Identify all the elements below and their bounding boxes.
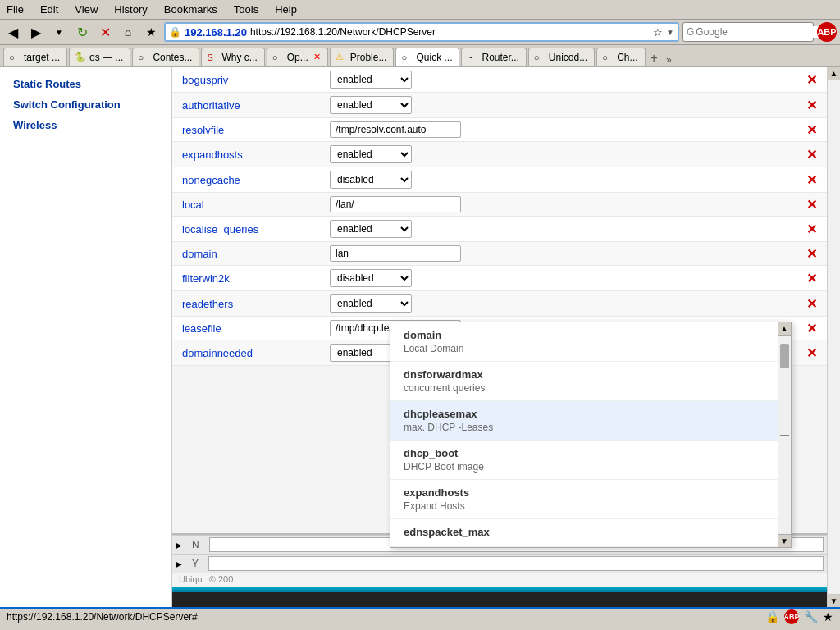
input-domain[interactable] xyxy=(330,245,461,262)
sidebar-item-switch-config[interactable]: Switch Configuration xyxy=(0,94,171,115)
reload-button[interactable]: ↻ xyxy=(72,22,92,42)
input-resolvfile[interactable] xyxy=(330,121,461,138)
panel-toggle-1[interactable]: ▶ xyxy=(172,538,185,551)
delete-authoritative[interactable]: ✕ xyxy=(806,98,817,113)
tab-favicon-op: ○ xyxy=(272,52,284,63)
tab-label-os: os — ... xyxy=(89,52,123,63)
tab-add-button[interactable]: + xyxy=(647,51,661,66)
tab-ch[interactable]: ○ Ch... xyxy=(596,48,645,66)
tab-op[interactable]: ○ Op... ✕ xyxy=(267,48,328,66)
delete-filterwin2k[interactable]: ✕ xyxy=(806,271,817,286)
label-readethers[interactable]: readethers xyxy=(182,298,330,310)
back-button[interactable]: ◀ xyxy=(3,22,23,42)
tab-favicon-ch: ○ xyxy=(602,52,614,63)
dropdown-item-title-expandhosts: expandhosts xyxy=(404,486,765,499)
select-nonegcache[interactable]: enabled disabled xyxy=(330,171,412,189)
menu-edit[interactable]: Edit xyxy=(37,2,62,17)
select-boguspriv[interactable]: enabled disabled xyxy=(330,71,412,89)
url-input[interactable] xyxy=(250,26,650,38)
forward-button[interactable]: ▶ xyxy=(26,22,46,42)
tab-favicon-router: ~ xyxy=(467,52,478,63)
dropdown-scroll-thumb[interactable] xyxy=(780,344,789,368)
dropdown-item-dnsforwardmax[interactable]: dnsforwardmax concurrent queries xyxy=(390,362,778,401)
delete-nonegcache[interactable]: ✕ xyxy=(806,172,817,188)
select-localise-queries[interactable]: enabled disabled xyxy=(330,220,412,238)
tab-proble[interactable]: ⚠ Proble... xyxy=(330,48,395,66)
dropdown-scroll-track xyxy=(778,336,791,534)
delete-boguspriv[interactable]: ✕ xyxy=(806,72,817,88)
ip-display: 192.168.1.20 xyxy=(185,26,247,39)
panel-toggle-2[interactable]: ▶ xyxy=(172,557,185,570)
select-authoritative[interactable]: enabled disabled xyxy=(330,96,412,114)
dropdown-item-domain[interactable]: domain Local Domain xyxy=(390,322,778,362)
tab-favicon-whyc: S xyxy=(207,52,218,63)
tab-contes[interactable]: ○ Contes... xyxy=(132,48,199,66)
label-local[interactable]: local xyxy=(182,199,330,211)
delete-domainneeded[interactable]: ✕ xyxy=(806,345,817,361)
delete-readethers[interactable]: ✕ xyxy=(806,296,817,312)
menu-help[interactable]: Help xyxy=(272,2,300,17)
tab-target[interactable]: ○ target ... xyxy=(3,48,67,66)
menu-view[interactable]: View xyxy=(71,2,101,17)
select-readethers[interactable]: enabled disabled xyxy=(330,294,412,313)
tab-unicod[interactable]: ○ Unicod... xyxy=(528,48,595,66)
label-leasefile[interactable]: leasefile xyxy=(182,322,330,335)
label-domainneeded[interactable]: domainneeded xyxy=(182,347,330,359)
scroll-up-arrow[interactable]: ▲ xyxy=(828,67,840,80)
dropdown-item-ednspacket[interactable]: ednspacket_max xyxy=(390,519,778,547)
label-domain[interactable]: domain xyxy=(182,248,330,260)
delete-domain[interactable]: ✕ xyxy=(806,246,817,262)
input-local[interactable] xyxy=(330,196,461,212)
tab-overflow-button[interactable]: » xyxy=(663,54,675,66)
sidebar-item-wireless[interactable]: Wireless xyxy=(0,115,171,135)
label-boguspriv[interactable]: boguspriv xyxy=(182,74,330,86)
sidebar-item-static-routes[interactable]: Static Routes xyxy=(0,74,171,94)
star-icon[interactable]: ☆ xyxy=(653,26,663,39)
delete-expandhosts[interactable]: ✕ xyxy=(806,147,817,162)
copyright-text: © 200 xyxy=(209,574,234,584)
value-local xyxy=(330,196,800,212)
label-expandhosts[interactable]: expandhosts xyxy=(182,148,330,161)
dropdown-scroll-up[interactable]: ▲ xyxy=(778,322,791,336)
delete-localise-queries[interactable]: ✕ xyxy=(806,221,817,237)
dropdown-item-expandhosts[interactable]: expandhosts Expand Hosts xyxy=(390,480,778,519)
select-expandhosts[interactable]: enabled disabled xyxy=(330,145,412,163)
menu-bookmarks[interactable]: Bookmarks xyxy=(161,2,221,17)
value-resolvfile xyxy=(330,121,800,138)
menu-history[interactable]: History xyxy=(111,2,150,17)
menu-file[interactable]: File xyxy=(3,2,27,17)
tab-close-op[interactable]: ✕ xyxy=(313,52,321,62)
delete-resolvfile[interactable]: ✕ xyxy=(806,122,817,138)
dropdown-item-dhcpboot[interactable]: dhcp_boot DHCP Boot image xyxy=(390,441,778,480)
dropdown-scroll-down[interactable]: ▼ xyxy=(778,534,791,547)
delete-leasefile[interactable]: ✕ xyxy=(806,321,817,336)
tab-router[interactable]: ~ Router... xyxy=(461,48,526,66)
tab-os[interactable]: 🐍 os — ... xyxy=(69,48,130,66)
stop-button[interactable]: ✕ xyxy=(95,22,115,42)
menu-tools[interactable]: Tools xyxy=(231,2,262,17)
label-localise-queries[interactable]: localise_queries xyxy=(182,223,330,235)
tab-whyc[interactable]: S Why c... xyxy=(201,48,264,66)
table-row: authoritative enabled disabled ✕ xyxy=(172,93,827,118)
dropdown-item-desc-dhcpboot: DHCP Boot image xyxy=(404,461,765,472)
label-nonegcache[interactable]: nonegcache xyxy=(182,174,330,186)
label-filterwin2k[interactable]: filterwin2k xyxy=(182,272,330,285)
home-button[interactable]: ⌂ xyxy=(118,22,138,42)
panel-text-input-2[interactable] xyxy=(208,556,824,571)
search-input[interactable] xyxy=(696,26,819,38)
dropdown-url-icon[interactable]: ▼ xyxy=(666,28,674,37)
dropdown-item-title-domain: domain xyxy=(404,329,765,341)
value-authoritative: enabled disabled xyxy=(330,96,800,114)
select-filterwin2k[interactable]: enabled disabled xyxy=(330,269,412,287)
table-row: readethers enabled disabled ✕ xyxy=(172,291,827,317)
tab-quick[interactable]: ○ Quick ... xyxy=(395,48,459,66)
abp-button[interactable]: ABP xyxy=(817,22,837,42)
dropdown-button[interactable]: ▼ xyxy=(49,22,69,42)
scroll-down-arrow[interactable]: ▼ xyxy=(828,594,840,607)
label-resolvfile[interactable]: resolvfile xyxy=(182,124,330,136)
delete-local[interactable]: ✕ xyxy=(806,197,817,212)
bookmark-button[interactable]: ★ xyxy=(141,22,161,42)
value-domain xyxy=(330,245,800,262)
dropdown-item-dhcpleasemax[interactable]: dhcpleasemax max. DHCP -Leases xyxy=(390,401,778,441)
label-authoritative[interactable]: authoritative xyxy=(182,99,330,112)
